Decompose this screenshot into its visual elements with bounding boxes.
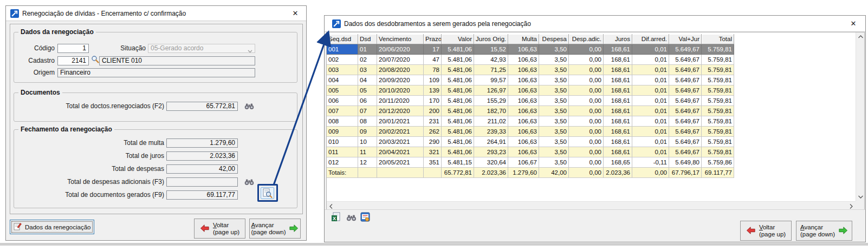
table-row[interactable]: 0090920/02/20212625.481,06239,33106,633,… <box>327 127 734 137</box>
app-icon <box>332 19 341 30</box>
total-doctos-label: Total de doctos.renegociados (F2) <box>38 102 164 111</box>
table-cell: 351 <box>424 157 442 168</box>
column-header[interactable]: Juros Orig. <box>474 34 508 44</box>
column-header[interactable]: Multa <box>508 34 539 44</box>
column-header[interactable]: Seq.dsd <box>327 34 358 44</box>
table-row[interactable]: 0030320/08/2020785.481,0671,25106,633,50… <box>327 65 734 75</box>
table-cell: 2.023,36 <box>474 168 508 178</box>
table-cell: 5.649,67 <box>669 65 702 75</box>
table-cell: 09 <box>358 127 377 137</box>
total-desp-adicionais-field[interactable] <box>166 177 238 187</box>
horizontal-scrollbar[interactable] <box>327 201 856 210</box>
column-header[interactable]: Prazo <box>424 34 442 44</box>
notepad-pencil-icon <box>14 222 22 232</box>
table-row[interactable]: 0010120/06/2020175.481,0615,52106,633,50… <box>327 44 734 55</box>
grid-region: Seq.dsdDsdVencimentoPrazoValorJuros Orig… <box>326 32 865 210</box>
totals-row[interactable]: Totais:65.772,812.023,361.279,6042,000,0… <box>327 168 734 178</box>
table-cell: 99,57 <box>474 75 508 85</box>
total-despesas-field[interactable]: 42,00 <box>166 164 238 174</box>
table-cell: 5.649,67 <box>669 116 702 127</box>
total-doctos-field[interactable]: 65.772,81 <box>166 102 238 111</box>
table-cell: 010 <box>327 137 358 147</box>
table-cell: 011 <box>327 147 358 157</box>
table-cell: 0,01 <box>632 116 669 127</box>
table-cell: 5.649,80 <box>669 157 702 168</box>
table-cell: 0,01 <box>632 96 669 106</box>
table-cell: 3,50 <box>539 127 569 137</box>
column-header[interactable]: Valor <box>442 34 474 44</box>
table-cell: 71,25 <box>474 65 508 75</box>
avancar-button[interactable]: Avançar(page down) <box>249 219 301 239</box>
voltar-button[interactable]: Voltar(page up) <box>194 219 245 239</box>
table-row[interactable]: 0050520/10/20201395.481,06126,97106,633,… <box>327 85 734 96</box>
table-cell: 20/05/2021 <box>377 157 424 168</box>
cadastro-name-field[interactable]: CLIENTE 010 <box>99 56 255 65</box>
report-icon[interactable] <box>360 212 370 224</box>
scroll-up-icon[interactable] <box>856 32 865 41</box>
close-icon[interactable]: ✕ <box>288 8 303 19</box>
table-cell: 168,61 <box>604 96 632 106</box>
total-desp-adicionais-label: Total de despesas adicionais (F3) <box>38 177 164 187</box>
table-cell: 106,63 <box>508 85 539 96</box>
scrollbar-corner <box>856 201 864 210</box>
dados-renegociacao-button[interactable]: Dados da renegociação <box>10 220 94 234</box>
table-row[interactable]: 0070720/12/20202005.481,06182,70106,633,… <box>327 106 734 116</box>
right-bottom-panel: X Voltar(page up) Avançar(page down) <box>325 209 865 242</box>
total-multa-field[interactable]: 1.279,60 <box>166 138 238 148</box>
vertical-scrollbar[interactable] <box>856 32 864 201</box>
table-row[interactable]: 0020220/07/2020475.481,0642,93106,633,50… <box>327 55 734 65</box>
chevron-down-icon[interactable] <box>248 46 252 51</box>
scroll-down-icon[interactable] <box>856 193 865 201</box>
table-row[interactable]: 0121220/05/20213515.481,15320,64106,673,… <box>327 157 734 168</box>
table-cell: 106,63 <box>508 55 539 65</box>
table-cell: 168,61 <box>604 85 632 96</box>
table-row[interactable]: 0101020/03/20212905.481,06264,91106,633,… <box>327 137 734 147</box>
cadastro-field[interactable]: 2141 <box>57 56 89 65</box>
avancar-button[interactable]: Avançar(page down) <box>796 221 852 241</box>
table-cell: 20/07/2020 <box>377 55 424 65</box>
table-cell: 5.759,81 <box>702 127 734 137</box>
column-header[interactable]: Vencimento <box>377 34 424 44</box>
table-cell: 5.481,15 <box>442 157 474 168</box>
column-header[interactable]: Dsd <box>358 34 377 44</box>
table-cell: 5.649,67 <box>669 85 702 96</box>
close-icon[interactable]: ✕ <box>846 18 861 29</box>
situacao-combobox[interactable]: 05-Gerado acordo <box>148 44 255 53</box>
table-row[interactable]: 0040420/09/20201095.481,0699,57106,633,5… <box>327 75 734 85</box>
column-header[interactable]: Despesa <box>539 34 569 44</box>
origem-field[interactable]: Financeiro <box>57 68 255 77</box>
total-documentos-gerados-label: Total de documentos gerados (F9) <box>38 190 164 200</box>
table-cell: -0,11 <box>632 157 669 168</box>
table-cell: 290 <box>424 137 442 147</box>
column-header[interactable]: Total <box>702 34 734 44</box>
excel-export-icon[interactable]: X <box>331 212 341 224</box>
table-cell: 5.481,06 <box>442 147 474 157</box>
column-header[interactable]: Juros <box>604 34 632 44</box>
table-row[interactable]: 0080820/01/20212315.481,06211,02106,633,… <box>327 116 734 127</box>
table-cell: 20/08/2020 <box>377 65 424 75</box>
column-header[interactable]: Dif.arred. <box>632 34 669 44</box>
voltar-button[interactable]: Voltar(page up) <box>740 221 792 241</box>
table-cell: 69.117,77 <box>702 168 734 178</box>
binoculars-icon[interactable] <box>244 102 254 112</box>
table-cell: 0,01 <box>632 65 669 75</box>
table-cell: 5.649,67 <box>669 127 702 137</box>
table-cell: 168,61 <box>604 147 632 157</box>
table-cell: 109 <box>424 75 442 85</box>
table-cell: 5.759,86 <box>702 157 734 168</box>
total-juros-label: Total de juros <box>38 151 164 161</box>
codigo-field[interactable]: 1 <box>57 44 89 53</box>
column-header[interactable]: Val+Jur <box>669 34 702 44</box>
binoculars-icon[interactable] <box>244 178 254 188</box>
total-documentos-gerados-field[interactable]: 69.117,77 <box>166 190 238 200</box>
table-row[interactable]: 0060620/11/20201705.481,06155,29106,633,… <box>327 96 734 106</box>
column-header[interactable]: Desp.adic. <box>569 34 604 44</box>
table-cell: 002 <box>327 55 358 65</box>
binoculars-icon[interactable] <box>346 214 357 223</box>
table-cell: 0,00 <box>569 116 604 127</box>
total-juros-field[interactable]: 2.023,36 <box>166 151 238 161</box>
table-cell: 0,01 <box>632 137 669 147</box>
app-icon <box>10 9 19 20</box>
table-row[interactable]: 0111120/04/20213215.481,06293,23106,633,… <box>327 147 734 157</box>
table-cell: 5.481,06 <box>442 44 474 55</box>
